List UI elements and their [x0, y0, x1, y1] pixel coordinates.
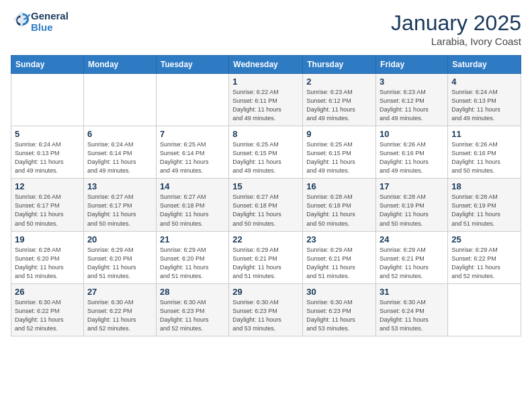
day-info: Sunrise: 6:29 AM Sunset: 6:21 PM Dayligh… [306, 246, 372, 281]
logo-text-blue: Blue [31, 22, 69, 34]
calendar-cell [448, 283, 521, 336]
day-info: Sunrise: 6:30 AM Sunset: 6:23 PM Dayligh… [306, 298, 372, 333]
calendar-cell: 14Sunrise: 6:27 AM Sunset: 6:18 PM Dayli… [156, 179, 228, 231]
day-info: Sunrise: 6:27 AM Sunset: 6:17 PM Dayligh… [87, 193, 152, 228]
calendar-cell: 21Sunrise: 6:29 AM Sunset: 6:20 PM Dayli… [156, 231, 228, 283]
calendar-cell: 8Sunrise: 6:25 AM Sunset: 6:15 PM Daylig… [229, 126, 303, 179]
day-info: Sunrise: 6:26 AM Sunset: 6:16 PM Dayligh… [380, 140, 444, 175]
day-number: 12 [15, 181, 80, 191]
day-number: 26 [15, 287, 80, 297]
calendar-week-3: 12Sunrise: 6:26 AM Sunset: 6:17 PM Dayli… [11, 179, 521, 231]
logo: General Blue [11, 11, 69, 33]
calendar-cell: 22Sunrise: 6:29 AM Sunset: 6:21 PM Dayli… [229, 231, 303, 283]
day-number: 23 [306, 234, 372, 244]
logo-icon [12, 10, 31, 29]
day-number: 5 [15, 129, 80, 139]
day-info: Sunrise: 6:30 AM Sunset: 6:23 PM Dayligh… [232, 298, 299, 333]
calendar-cell: 26Sunrise: 6:30 AM Sunset: 6:22 PM Dayli… [11, 283, 84, 336]
weekday-header-friday: Friday [376, 56, 448, 74]
day-number: 21 [160, 234, 225, 244]
day-info: Sunrise: 6:27 AM Sunset: 6:18 PM Dayligh… [232, 193, 299, 228]
day-number: 19 [15, 234, 80, 244]
calendar-cell: 10Sunrise: 6:26 AM Sunset: 6:16 PM Dayli… [376, 126, 448, 179]
day-number: 28 [160, 287, 225, 297]
month-title: January 2025 [391, 11, 521, 36]
calendar-cell: 2Sunrise: 6:23 AM Sunset: 6:12 PM Daylig… [303, 74, 376, 126]
calendar-cell: 5Sunrise: 6:24 AM Sunset: 6:13 PM Daylig… [11, 126, 84, 179]
calendar-cell: 3Sunrise: 6:23 AM Sunset: 6:12 PM Daylig… [376, 74, 448, 126]
day-info: Sunrise: 6:25 AM Sunset: 6:15 PM Dayligh… [232, 140, 299, 175]
day-info: Sunrise: 6:30 AM Sunset: 6:24 PM Dayligh… [380, 298, 444, 333]
day-info: Sunrise: 6:29 AM Sunset: 6:21 PM Dayligh… [232, 246, 299, 281]
day-number: 10 [380, 129, 444, 139]
day-number: 4 [451, 77, 517, 87]
day-number: 24 [380, 234, 444, 244]
day-number: 30 [306, 287, 372, 297]
day-info: Sunrise: 6:24 AM Sunset: 6:13 PM Dayligh… [15, 140, 80, 175]
page: General Blue January 2025 Larabia, Ivory… [0, 0, 532, 411]
day-info: Sunrise: 6:23 AM Sunset: 6:12 PM Dayligh… [306, 88, 372, 123]
day-info: Sunrise: 6:26 AM Sunset: 6:16 PM Dayligh… [451, 140, 517, 175]
day-number: 15 [232, 181, 299, 191]
day-number: 7 [160, 129, 225, 139]
calendar-cell [156, 74, 228, 126]
day-info: Sunrise: 6:29 AM Sunset: 6:21 PM Dayligh… [380, 246, 444, 281]
day-info: Sunrise: 6:28 AM Sunset: 6:18 PM Dayligh… [306, 193, 372, 228]
day-info: Sunrise: 6:24 AM Sunset: 6:13 PM Dayligh… [451, 88, 517, 123]
calendar-cell: 9Sunrise: 6:25 AM Sunset: 6:15 PM Daylig… [303, 126, 376, 179]
day-info: Sunrise: 6:29 AM Sunset: 6:20 PM Dayligh… [160, 246, 225, 281]
day-info: Sunrise: 6:22 AM Sunset: 6:11 PM Dayligh… [232, 88, 299, 123]
calendar-week-1: 1Sunrise: 6:22 AM Sunset: 6:11 PM Daylig… [11, 74, 521, 126]
calendar-cell [11, 74, 84, 126]
day-info: Sunrise: 6:26 AM Sunset: 6:17 PM Dayligh… [15, 193, 80, 228]
location-title: Larabia, Ivory Coast [391, 36, 521, 47]
calendar-cell: 1Sunrise: 6:22 AM Sunset: 6:11 PM Daylig… [229, 74, 303, 126]
calendar-cell: 17Sunrise: 6:28 AM Sunset: 6:19 PM Dayli… [376, 179, 448, 231]
calendar-cell: 4Sunrise: 6:24 AM Sunset: 6:13 PM Daylig… [448, 74, 521, 126]
day-number: 29 [232, 287, 299, 297]
day-info: Sunrise: 6:30 AM Sunset: 6:22 PM Dayligh… [15, 298, 80, 333]
calendar-cell: 16Sunrise: 6:28 AM Sunset: 6:18 PM Dayli… [303, 179, 376, 231]
calendar-week-4: 19Sunrise: 6:28 AM Sunset: 6:20 PM Dayli… [11, 231, 521, 283]
calendar-cell: 29Sunrise: 6:30 AM Sunset: 6:23 PM Dayli… [229, 283, 303, 336]
calendar-cell: 7Sunrise: 6:25 AM Sunset: 6:14 PM Daylig… [156, 126, 228, 179]
weekday-header-row: SundayMondayTuesdayWednesdayThursdayFrid… [11, 56, 521, 74]
calendar-cell: 18Sunrise: 6:28 AM Sunset: 6:19 PM Dayli… [448, 179, 521, 231]
day-number: 31 [380, 287, 444, 297]
day-number: 6 [87, 129, 152, 139]
day-number: 22 [232, 234, 299, 244]
weekday-header-thursday: Thursday [303, 56, 376, 74]
calendar-table: SundayMondayTuesdayWednesdayThursdayFrid… [11, 55, 521, 336]
logo-text-general: General [31, 11, 69, 22]
day-info: Sunrise: 6:27 AM Sunset: 6:18 PM Dayligh… [160, 193, 225, 228]
day-info: Sunrise: 6:25 AM Sunset: 6:14 PM Dayligh… [160, 140, 225, 175]
calendar-cell: 24Sunrise: 6:29 AM Sunset: 6:21 PM Dayli… [376, 231, 448, 283]
calendar-cell: 25Sunrise: 6:29 AM Sunset: 6:22 PM Dayli… [448, 231, 521, 283]
day-number: 25 [451, 234, 517, 244]
day-info: Sunrise: 6:28 AM Sunset: 6:19 PM Dayligh… [380, 193, 444, 228]
day-number: 16 [306, 181, 372, 191]
calendar-cell: 28Sunrise: 6:30 AM Sunset: 6:23 PM Dayli… [156, 283, 228, 336]
day-info: Sunrise: 6:28 AM Sunset: 6:20 PM Dayligh… [15, 246, 80, 281]
calendar-week-2: 5Sunrise: 6:24 AM Sunset: 6:13 PM Daylig… [11, 126, 521, 179]
day-number: 1 [232, 77, 299, 87]
calendar-cell: 15Sunrise: 6:27 AM Sunset: 6:18 PM Dayli… [229, 179, 303, 231]
day-number: 20 [87, 234, 152, 244]
day-info: Sunrise: 6:28 AM Sunset: 6:19 PM Dayligh… [451, 193, 517, 228]
calendar-cell: 13Sunrise: 6:27 AM Sunset: 6:17 PM Dayli… [83, 179, 156, 231]
day-info: Sunrise: 6:30 AM Sunset: 6:22 PM Dayligh… [87, 298, 152, 333]
day-info: Sunrise: 6:30 AM Sunset: 6:23 PM Dayligh… [160, 298, 225, 333]
day-info: Sunrise: 6:29 AM Sunset: 6:22 PM Dayligh… [451, 246, 517, 281]
weekday-header-saturday: Saturday [448, 56, 521, 74]
header: General Blue January 2025 Larabia, Ivory… [11, 11, 521, 47]
title-block: January 2025 Larabia, Ivory Coast [391, 11, 521, 47]
calendar-cell: 27Sunrise: 6:30 AM Sunset: 6:22 PM Dayli… [83, 283, 156, 336]
day-number: 3 [380, 77, 444, 87]
calendar-cell: 6Sunrise: 6:24 AM Sunset: 6:14 PM Daylig… [83, 126, 156, 179]
day-info: Sunrise: 6:25 AM Sunset: 6:15 PM Dayligh… [306, 140, 372, 175]
day-number: 27 [87, 287, 152, 297]
calendar-cell: 30Sunrise: 6:30 AM Sunset: 6:23 PM Dayli… [303, 283, 376, 336]
day-number: 17 [380, 181, 444, 191]
calendar-cell [83, 74, 156, 126]
calendar-week-5: 26Sunrise: 6:30 AM Sunset: 6:22 PM Dayli… [11, 283, 521, 336]
